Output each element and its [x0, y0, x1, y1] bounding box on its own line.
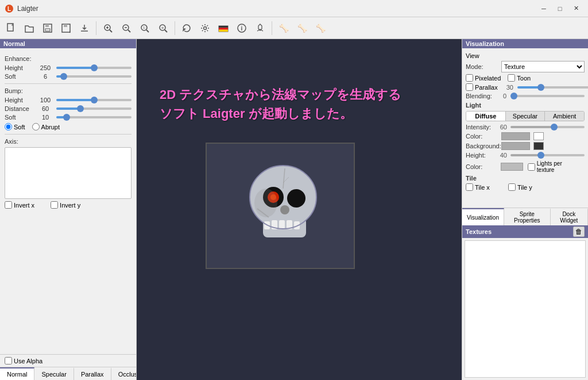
- overlay-text: 2D テクスチャから法線マップを生成する ソフト Laigter が起動しました…: [160, 85, 401, 123]
- canvas-area: 2D テクスチャから法線マップを生成する ソフト Laigter が起動しました…: [137, 39, 462, 380]
- tile-x-checkbox[interactable]: [466, 183, 473, 191]
- bump-distance-value: 60: [37, 105, 54, 112]
- plugin3-button[interactable]: 🦴: [312, 20, 329, 37]
- view-row: View: [466, 52, 585, 59]
- textures-header: Textures 🗑: [462, 225, 588, 238]
- blending-slider[interactable]: [510, 95, 585, 97]
- close-button[interactable]: ✕: [568, 2, 583, 15]
- light-tab-diffuse[interactable]: Diffuse: [466, 112, 506, 121]
- light-tab-specular[interactable]: Specular: [506, 112, 546, 121]
- bg-color-swatch2[interactable]: [533, 142, 544, 150]
- invert-y-label[interactable]: Invert y: [51, 201, 80, 209]
- plugin2-button[interactable]: 🦴: [293, 20, 311, 37]
- soft-radio-label[interactable]: Soft: [5, 123, 25, 130]
- invert-y-checkbox[interactable]: [51, 201, 58, 209]
- enhance-height-slider[interactable]: [56, 67, 131, 69]
- height-slider[interactable]: [510, 154, 585, 156]
- light-tabs: Diffuse Specular Ambient: [466, 111, 585, 121]
- svg-line-20: [165, 30, 167, 32]
- light-tab-ambient[interactable]: Ambient: [545, 112, 584, 121]
- toon-label[interactable]: Toon: [508, 74, 531, 82]
- tab-specular[interactable]: Specular: [34, 367, 74, 380]
- bump-distance-label: Distance: [5, 105, 34, 112]
- reset-button[interactable]: [178, 20, 195, 37]
- bump-distance-slider[interactable]: [56, 108, 131, 110]
- enhance-soft-value: 6: [37, 73, 54, 80]
- parallax-slider[interactable]: [517, 86, 588, 89]
- tile-y-label[interactable]: Tile y: [508, 183, 532, 191]
- color2-swatch[interactable]: [501, 163, 523, 171]
- divider-1: [5, 83, 131, 84]
- parallax-checkbox-label[interactable]: Parallax: [466, 83, 498, 91]
- svg-point-45: [254, 189, 277, 217]
- save-as-button[interactable]: ↓: [57, 20, 75, 37]
- settings-button[interactable]: [196, 20, 214, 37]
- left-panel: Normal Enhance: Height 250 Soft 6 Bump: …: [0, 39, 137, 380]
- enhance-soft-slider[interactable]: [56, 75, 131, 78]
- bump-height-label: Height: [5, 97, 34, 103]
- abrupt-radio-label[interactable]: Abrupt: [32, 123, 60, 130]
- parallax-value: 30: [506, 84, 513, 91]
- abrupt-radio[interactable]: [32, 123, 40, 130]
- language-button[interactable]: [215, 20, 232, 37]
- blending-row: Blending: 0: [466, 93, 585, 99]
- right-tab-sprite[interactable]: Sprite Properties: [504, 208, 551, 225]
- color-swatch[interactable]: [501, 132, 530, 140]
- svg-rect-5: [45, 29, 50, 31]
- info-button[interactable]: i: [233, 20, 250, 37]
- titlebar: L Laigter ─ □ ✕: [0, 0, 588, 17]
- invert-x-label[interactable]: Invert x: [5, 201, 34, 209]
- tile-row: Tile x Tile y: [466, 183, 585, 191]
- enhance-soft-row: Soft 6: [5, 73, 131, 80]
- right-tab-dock[interactable]: Dock Widget: [551, 208, 588, 225]
- use-alpha-checkbox[interactable]: [5, 357, 12, 364]
- bump-height-slider[interactable]: [56, 99, 131, 101]
- right-tab-visualization[interactable]: Visualization: [462, 208, 504, 225]
- save-button[interactable]: [39, 20, 56, 37]
- plugin1-button[interactable]: 🦴: [275, 20, 292, 37]
- new-button[interactable]: [2, 20, 20, 37]
- export-button[interactable]: [76, 20, 93, 37]
- right-panel: Visualization View Mode: Texture Normal …: [462, 39, 588, 380]
- delete-texture-button[interactable]: 🗑: [573, 227, 585, 237]
- minimize-button[interactable]: ─: [536, 2, 551, 15]
- app-icon: L: [5, 4, 14, 13]
- color-swatch2[interactable]: [533, 132, 544, 140]
- lights-per-texture-label[interactable]: Lights per texture: [528, 160, 580, 173]
- main-area: Normal Enhance: Height 250 Soft 6 Bump: …: [0, 39, 588, 380]
- use-alpha-label[interactable]: Use Alpha: [5, 357, 127, 364]
- color-row: Color:: [466, 132, 585, 140]
- open-button[interactable]: [21, 20, 38, 37]
- tile-y-checkbox[interactable]: [508, 183, 516, 191]
- bump-label: Bump:: [5, 87, 131, 94]
- tile-x-label[interactable]: Tile x: [466, 183, 490, 191]
- soft-radio[interactable]: [5, 123, 12, 130]
- tab-parallax[interactable]: Parallax: [74, 367, 111, 380]
- zoom-in-button[interactable]: [99, 20, 117, 37]
- intensity-slider[interactable]: [510, 126, 585, 128]
- toolbar-separator-1: [96, 21, 96, 35]
- mode-label: Mode:: [466, 63, 499, 70]
- svg-line-12: [110, 30, 112, 32]
- mode-select[interactable]: Texture Normal Map Specular Map Parallax…: [501, 61, 585, 72]
- bump-soft-value: 10: [37, 114, 54, 121]
- model-button[interactable]: [252, 20, 269, 37]
- pixelated-label[interactable]: Pixelated: [466, 74, 501, 82]
- lights-per-texture-checkbox[interactable]: [528, 163, 535, 171]
- zoom-out-button[interactable]: [118, 20, 135, 37]
- bump-soft-slider[interactable]: [56, 116, 131, 118]
- parallax-checkbox[interactable]: [466, 83, 473, 91]
- invert-x-checkbox[interactable]: [5, 201, 12, 209]
- pixelated-checkbox[interactable]: [466, 74, 473, 82]
- pixelated-toon-row: Pixelated Toon: [466, 74, 585, 82]
- toon-checkbox[interactable]: [508, 74, 515, 82]
- tab-normal[interactable]: Normal: [0, 367, 34, 380]
- zoom-actual-button[interactable]: 1:1: [136, 20, 153, 37]
- right-content: View Mode: Texture Normal Map Specular M…: [462, 48, 588, 208]
- tab-occlusion[interactable]: Occlusion: [111, 367, 137, 380]
- zoom-fit-button[interactable]: ⊕: [154, 20, 172, 37]
- enhance-height-value: 250: [37, 64, 54, 71]
- maximize-button[interactable]: □: [552, 2, 567, 15]
- bg-color-swatch[interactable]: [501, 142, 530, 150]
- visualization-header: Visualization: [462, 39, 588, 48]
